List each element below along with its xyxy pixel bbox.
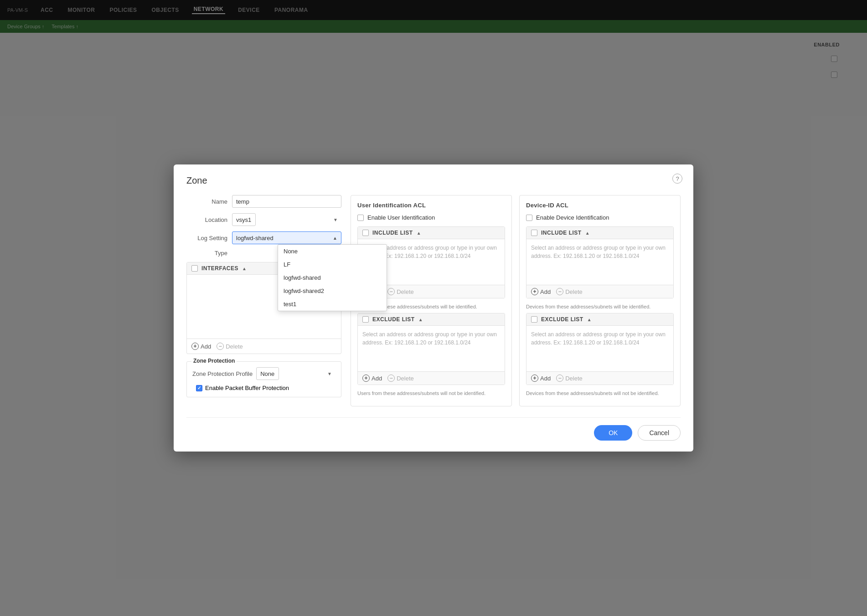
user-id-exclude-note: Users from these addresses/subnets will … <box>357 390 505 396</box>
location-select[interactable]: vsys1 <box>232 213 256 226</box>
device-id-include-list-title: INCLUDE LIST <box>541 230 582 236</box>
log-setting-row: Log Setting logfwd-shared ▲ None LF logf… <box>186 231 341 244</box>
device-id-include-delete-btn[interactable]: − Delete <box>556 288 583 295</box>
interfaces-title: INTERFACES <box>201 265 238 272</box>
device-id-exclude-note: Devices from these addresses/subnets wil… <box>526 390 674 396</box>
device-id-include-list: INCLUDE LIST ▲ Select an address or addr… <box>526 226 674 298</box>
zone-protection-profile-label: Zone Protection Profile <box>192 370 253 377</box>
device-id-include-chevron-icon: ▲ <box>585 231 590 236</box>
name-label: Name <box>186 198 227 205</box>
user-id-include-delete-label: Delete <box>397 288 414 295</box>
device-id-exclude-delete-label: Delete <box>565 375 583 382</box>
ok-button[interactable]: OK <box>594 425 632 441</box>
device-id-exclude-delete-btn[interactable]: − Delete <box>556 375 583 382</box>
device-id-include-delete-icon: − <box>556 288 563 295</box>
user-id-include-checkbox[interactable] <box>362 230 369 236</box>
interfaces-add-btn[interactable]: + Add <box>191 343 211 350</box>
modal-footer: OK Cancel <box>186 417 681 441</box>
device-id-exclude-list-footer: + Add − Delete <box>526 371 673 385</box>
user-id-exclude-add-btn[interactable]: + Add <box>362 375 382 382</box>
left-panel: Name Location vsys1 ▼ Log Setting <box>186 195 341 397</box>
dropdown-option-none[interactable]: None <box>278 245 387 258</box>
location-label: Location <box>186 216 227 223</box>
interfaces-delete-btn[interactable]: − Delete <box>217 343 243 350</box>
device-id-include-add-label: Add <box>540 288 551 295</box>
user-id-exclude-list: EXCLUDE LIST ▲ Select an address or addr… <box>357 313 505 385</box>
device-id-include-list-header: INCLUDE LIST ▲ <box>526 227 673 239</box>
log-setting-value: logfwd-shared <box>236 235 274 241</box>
interfaces-chevron-icon: ▲ <box>242 266 247 271</box>
interfaces-checkbox[interactable] <box>191 265 198 272</box>
device-id-include-delete-label: Delete <box>565 288 583 295</box>
log-setting-label: Log Setting <box>186 235 227 241</box>
device-id-exclude-list-title: EXCLUDE LIST <box>541 316 583 323</box>
user-id-exclude-delete-btn[interactable]: − Delete <box>387 375 414 382</box>
packet-buffer-label: Enable Packet Buffer Protection <box>205 385 289 391</box>
user-id-acl-title: User Identification ACL <box>357 202 505 209</box>
user-id-exclude-delete-icon: − <box>387 375 395 382</box>
enable-device-id-checkbox[interactable] <box>526 215 532 221</box>
zone-protection-section: Zone Protection Zone Protection Profile … <box>186 361 341 397</box>
user-id-exclude-delete-label: Delete <box>397 375 414 382</box>
enable-device-id-label: Enable Device Identification <box>536 214 609 221</box>
user-id-exclude-checkbox[interactable] <box>362 316 369 323</box>
location-row: Location vsys1 ▼ <box>186 213 341 226</box>
device-id-acl-panel: Device-ID ACL Enable Device Identificati… <box>519 195 681 406</box>
dropdown-option-lf[interactable]: LF <box>278 258 387 271</box>
log-setting-chevron-icon: ▲ <box>333 236 337 241</box>
packet-buffer-checkbox[interactable] <box>196 385 202 391</box>
cancel-button[interactable]: Cancel <box>638 425 681 441</box>
zone-protection-chevron-icon: ▼ <box>327 371 332 376</box>
user-id-include-delete-btn[interactable]: − Delete <box>387 288 414 295</box>
log-setting-dropdown-menu: None LF logfwd-shared logfwd-shared2 tes… <box>278 244 387 311</box>
user-id-exclude-list-title: EXCLUDE LIST <box>372 316 415 323</box>
user-id-include-chevron-icon: ▲ <box>417 231 421 236</box>
zone-modal: Zone ? Name Location vsys1 ▼ <box>174 164 693 452</box>
dropdown-option-logfwd-shared2[interactable]: logfwd-shared2 <box>278 284 387 298</box>
device-id-include-add-icon: + <box>531 288 538 295</box>
user-id-include-delete-icon: − <box>387 288 395 295</box>
modal-body: Name Location vsys1 ▼ Log Setting <box>186 195 681 406</box>
device-id-exclude-checkbox[interactable] <box>531 316 537 323</box>
dropdown-option-logfwd-shared[interactable]: logfwd-shared <box>278 271 387 284</box>
name-input[interactable] <box>232 195 341 208</box>
interfaces-delete-icon: − <box>217 343 224 350</box>
device-id-exclude-list: EXCLUDE LIST ▲ Select an address or addr… <box>526 313 674 385</box>
enable-user-id-row: Enable User Identification <box>357 214 505 221</box>
acl-panels: User Identification ACL Enable User Iden… <box>351 195 681 406</box>
modal-title: Zone <box>186 175 681 186</box>
user-id-include-list-header: INCLUDE LIST ▲ <box>358 227 505 239</box>
device-id-exclude-placeholder: Select an address or address group or ty… <box>531 331 666 346</box>
enable-user-id-checkbox[interactable] <box>357 215 364 221</box>
device-id-include-placeholder: Select an address or address group or ty… <box>531 245 666 259</box>
zone-protection-legend: Zone Protection <box>191 358 237 364</box>
dropdown-option-test1[interactable]: test1 <box>278 298 387 311</box>
packet-buffer-row: Enable Packet Buffer Protection <box>196 385 335 391</box>
zone-protection-profile-row: Zone Protection Profile None ▼ <box>192 367 335 380</box>
log-setting-dropdown-trigger[interactable]: logfwd-shared ▲ <box>232 231 341 244</box>
enable-user-id-label: Enable User Identification <box>367 214 435 221</box>
device-id-exclude-chevron-icon: ▲ <box>587 317 592 322</box>
zone-protection-profile-select[interactable]: None <box>256 367 279 380</box>
device-id-exclude-list-body: Select an address or address group or ty… <box>526 326 673 371</box>
device-id-exclude-add-btn[interactable]: + Add <box>531 375 551 382</box>
device-id-include-add-btn[interactable]: + Add <box>531 288 551 295</box>
interfaces-add-label: Add <box>201 343 211 350</box>
user-id-exclude-list-footer: + Add − Delete <box>358 371 505 385</box>
user-id-exclude-add-label: Add <box>372 375 382 382</box>
device-id-exclude-add-icon: + <box>531 375 538 382</box>
user-id-include-list-title: INCLUDE LIST <box>372 230 413 236</box>
device-id-acl-title: Device-ID ACL <box>526 202 674 209</box>
location-chevron-icon: ▼ <box>333 217 338 222</box>
location-select-wrapper: vsys1 ▼ <box>232 213 341 226</box>
interfaces-add-icon: + <box>191 343 199 350</box>
device-id-exclude-add-label: Add <box>540 375 551 382</box>
enable-device-id-row: Enable Device Identification <box>526 214 674 221</box>
type-label: Type <box>186 250 227 257</box>
user-id-exclude-add-icon: + <box>362 375 370 382</box>
help-icon[interactable]: ? <box>672 174 682 184</box>
user-id-exclude-list-body: Select an address or address group or ty… <box>358 326 505 371</box>
zone-protection-select-wrapper: None ▼ <box>256 367 335 380</box>
device-id-include-checkbox[interactable] <box>531 230 537 236</box>
log-setting-wrapper: logfwd-shared ▲ None LF logfwd-shared lo… <box>232 231 341 244</box>
